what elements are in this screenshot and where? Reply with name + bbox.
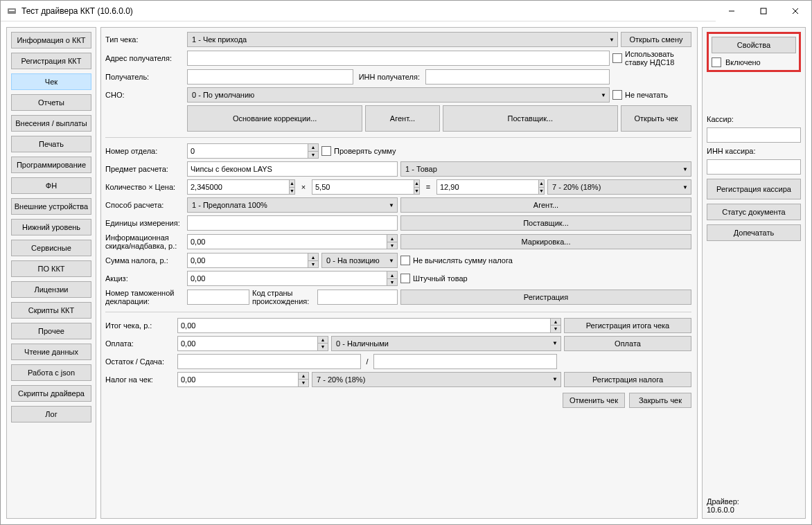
supplier-top-button[interactable]: Поставщик...	[443, 105, 618, 132]
recipient-address-input[interactable]	[187, 51, 610, 66]
label-no-calc-tax: Не вычислять сумму налога	[413, 256, 513, 265]
cancel-check-button[interactable]: Отменить чек	[563, 393, 625, 408]
right-panel: Свойства Включено Кассир: ИНН кассира: Р…	[702, 27, 806, 519]
reg-check-total-button[interactable]: Регистрация итога чека	[564, 318, 691, 333]
payment-button[interactable]: Оплата	[564, 336, 691, 351]
sidebar-item-licenses[interactable]: Лицензии	[11, 281, 91, 298]
label-no-print: Не печатать	[625, 91, 691, 99]
total-spinner[interactable]: ▲▼	[436, 179, 545, 195]
sidebar-item-scripts-driver[interactable]: Скрипты драйвера	[11, 385, 91, 402]
recipient-input[interactable]	[187, 69, 353, 84]
label-check-sum: Проверять сумму	[334, 147, 396, 155]
check-tax-spinner[interactable]: ▲▼	[177, 372, 309, 387]
close-check-button[interactable]: Закрыть чек	[629, 393, 691, 408]
main-panel: Тип чека: 1 - Чек прихода ▼ Открыть смен…	[100, 27, 698, 519]
label-excise: Акциз:	[105, 274, 184, 283]
quantity-spinner[interactable]: ▲▼	[187, 179, 295, 195]
sidebar-item-service[interactable]: Сервисные	[11, 240, 91, 256]
dept-number-spinner[interactable]: ▲▼	[187, 143, 319, 159]
units-input[interactable]	[187, 215, 398, 231]
supplier-mid-button[interactable]: Поставщик...	[400, 215, 691, 231]
check-total-spinner[interactable]: ▲▼	[177, 318, 561, 333]
country-code-input[interactable]	[317, 290, 398, 305]
minimize-button[interactable]	[716, 1, 748, 21]
combo-calc-method[interactable]: 1 - Предоплата 100% ▼	[187, 197, 398, 213]
chevron-down-icon: ▼	[609, 37, 615, 43]
sidebar-item-print[interactable]: Печать	[11, 136, 91, 152]
label-sno: СНО:	[105, 91, 184, 99]
remainder1-input[interactable]	[177, 354, 361, 369]
item-subject-input[interactable]	[187, 161, 398, 177]
sidebar-item-check[interactable]: Чек	[11, 73, 91, 90]
chevron-down-icon: ▼	[389, 258, 394, 264]
registration-button[interactable]: Регистрация	[400, 290, 691, 305]
use-vat18-checkbox[interactable]	[612, 53, 622, 63]
enabled-checkbox[interactable]	[712, 57, 721, 67]
sidebar-item-log[interactable]: Лог	[11, 406, 91, 422]
label-recipient-inn: ИНН получателя:	[356, 73, 423, 81]
label-tax-sum: Сумма налога, р.:	[105, 256, 184, 265]
slash-symbol: /	[364, 357, 371, 366]
close-button[interactable]	[779, 1, 811, 21]
label-payment: Оплата:	[105, 339, 175, 348]
sidebar-item-lowlevel[interactable]: Нижний уровень	[11, 219, 91, 235]
tax-sum-spinner[interactable]: ▲▼	[187, 253, 319, 268]
agent-mid-button[interactable]: Агент...	[400, 197, 691, 213]
no-print-checkbox[interactable]	[612, 90, 622, 100]
combo-item-type[interactable]: 1 - Товар ▼	[400, 161, 691, 177]
chevron-down-icon: ▼	[682, 184, 688, 190]
svg-rect-1	[9, 10, 15, 11]
combo-check-tax-type[interactable]: 7 - 20% (18%) ▼	[312, 372, 561, 387]
sidebar-item-programming[interactable]: Программирование	[11, 157, 91, 173]
open-shift-button[interactable]: Открыть смену	[621, 32, 691, 47]
doc-status-button[interactable]: Статус документа	[707, 204, 801, 220]
sidebar-item-read-data[interactable]: Чтение данных	[11, 344, 91, 360]
price-spinner[interactable]: ▲▼	[312, 179, 420, 195]
recipient-inn-input[interactable]	[425, 69, 610, 84]
svg-rect-3	[761, 8, 766, 14]
piece-goods-checkbox[interactable]	[400, 274, 410, 283]
excise-spinner[interactable]: ▲▼	[187, 271, 398, 286]
marking-button[interactable]: Маркировка...	[400, 234, 691, 249]
sidebar-item-fn[interactable]: ФН	[11, 177, 91, 194]
check-sum-checkbox[interactable]	[321, 146, 331, 156]
label-dept-number: Номер отдела:	[105, 147, 184, 155]
open-check-button[interactable]: Открыть чек	[621, 105, 691, 132]
remainder2-input[interactable]	[373, 354, 557, 369]
customs-decl-input[interactable]	[187, 290, 249, 305]
sidebar-item-json[interactable]: Работа с json	[11, 364, 91, 381]
mult-symbol: ×	[298, 183, 309, 191]
label-customs-decl: Номер таможенной декларации:	[105, 289, 184, 305]
reg-cashier-button[interactable]: Регистрация кассира	[707, 179, 801, 199]
combo-check-type[interactable]: 1 - Чек прихода ▼	[187, 32, 618, 47]
maximize-button[interactable]	[748, 1, 779, 21]
sidebar-item-other[interactable]: Прочее	[11, 323, 91, 339]
combo-vat-rate[interactable]: 7 - 20% (18%) ▼	[547, 179, 691, 195]
driver-info: Драйвер: 10.6.0.0	[707, 497, 801, 514]
eq-symbol: =	[423, 183, 434, 191]
payment-spinner[interactable]: ▲▼	[177, 336, 328, 351]
sidebar-item-registration[interactable]: Регистрация ККТ	[11, 53, 91, 69]
combo-tax-pos[interactable]: 0 - На позицию ▼	[321, 253, 398, 268]
reprint-button[interactable]: Допечатать	[707, 224, 801, 241]
cashier-inn-input[interactable]	[707, 159, 801, 175]
sidebar-item-pokkt[interactable]: ПО ККТ	[11, 260, 91, 277]
sidebar-item-extdev[interactable]: Внешние устройства	[11, 198, 91, 215]
combo-payment-type[interactable]: 0 - Наличными ▼	[331, 336, 561, 351]
correction-basis-button[interactable]: Основание коррекции...	[187, 105, 362, 132]
sidebar-item-deposits[interactable]: Внесения / выплаты	[11, 115, 91, 132]
label-country-code: Код страны происхождения:	[252, 289, 315, 305]
sidebar-item-info[interactable]: Информация о ККТ	[11, 32, 91, 48]
label-recipient-address: Адрес получателя:	[105, 54, 184, 62]
cashier-input[interactable]	[707, 127, 801, 143]
label-check-type: Тип чека:	[105, 35, 184, 44]
reg-tax-button[interactable]: Регистрация налога	[564, 372, 691, 387]
label-units: Единицы измерения:	[105, 219, 184, 227]
agent-top-button[interactable]: Агент...	[365, 105, 439, 132]
no-calc-tax-checkbox[interactable]	[400, 256, 410, 265]
properties-button[interactable]: Свойства	[712, 37, 796, 53]
info-discount-spinner[interactable]: ▲▼	[187, 234, 398, 249]
sidebar-item-reports[interactable]: Отчеты	[11, 94, 91, 111]
sidebar-item-scripts-kkt[interactable]: Скрипты ККТ	[11, 302, 91, 319]
combo-sno[interactable]: 0 - По умолчанию ▼	[187, 87, 610, 103]
